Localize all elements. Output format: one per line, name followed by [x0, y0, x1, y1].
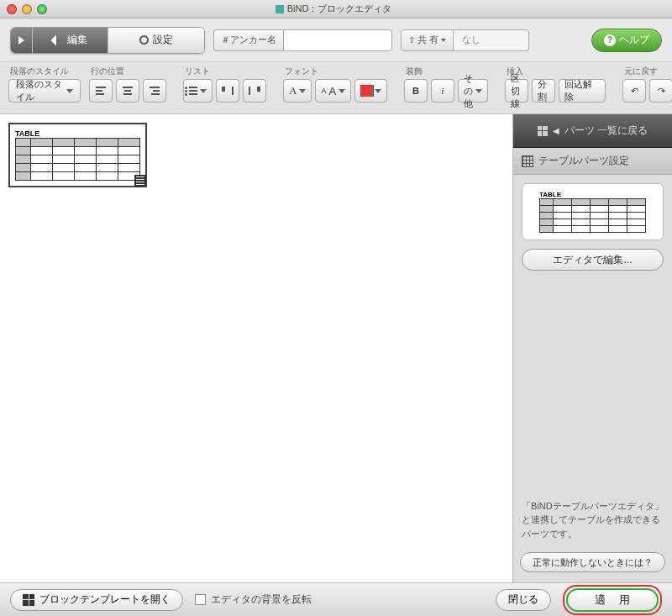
align-right-button[interactable]: [143, 79, 166, 103]
apply-button[interactable]: 適 用: [566, 588, 659, 612]
bottom-bar: ブロックテンプレートを開く エディタの背景を反転 閉じる 適 用: [0, 582, 672, 616]
font-family-button[interactable]: A: [283, 79, 312, 103]
font-size-button[interactable]: AA: [315, 79, 351, 103]
chevron-down-icon: [66, 89, 73, 93]
bold-button[interactable]: B: [404, 79, 428, 103]
section-break-button[interactable]: 区切線: [505, 79, 528, 103]
insert-group: 挿入 区切線 分 割 回込解除: [505, 66, 606, 108]
indent-button[interactable]: [243, 79, 266, 103]
close-button[interactable]: 閉じる: [496, 589, 551, 611]
app-icon: [276, 5, 284, 13]
align-left-icon: [96, 87, 106, 95]
gear-icon: [139, 35, 149, 45]
window-controls: [7, 4, 47, 14]
align-right-icon: [150, 87, 160, 95]
table-thumb-icon: [15, 138, 140, 181]
edit-in-editor-button[interactable]: エディタで編集...: [522, 249, 664, 271]
list-label: リスト: [183, 66, 266, 77]
color-swatch-icon: [360, 85, 372, 97]
zoom-window-icon[interactable]: [37, 4, 47, 14]
invert-bg-checkbox[interactable]: エディタの背景を反転: [195, 592, 312, 607]
table-icon: [522, 155, 533, 167]
side-back-button[interactable]: ◀ パーツ 一覧に戻る: [513, 114, 672, 148]
help-icon: ?: [604, 34, 616, 46]
preview-table-icon: [539, 198, 646, 233]
mode-segmented: 編集 設定: [10, 27, 205, 54]
titlebar: BiND：ブロックエディタ: [0, 0, 672, 18]
anchor-label: ＃アンカー名: [213, 29, 283, 51]
template-icon: [23, 594, 34, 606]
edit-tab[interactable]: 編集: [33, 28, 108, 53]
side-description: 「BiNDテーブルパーツエディタ」と連携してテーブルを作成できるパーツです。: [513, 492, 672, 548]
font-group: フォント A AA: [283, 66, 387, 108]
indent-icon: [249, 87, 260, 95]
format-toolbar: 段落のスタイル 段落のスタイル 行の位置 リスト フォント A AA 装飾: [0, 62, 672, 114]
paragraph-style-dropdown[interactable]: 段落のスタイル: [8, 79, 81, 103]
outdent-icon: [222, 87, 234, 95]
share-value: なし: [454, 29, 529, 51]
bullet-list-button[interactable]: [183, 79, 213, 103]
chevron-down-icon: [200, 89, 207, 93]
redo-icon: ↷: [658, 86, 665, 97]
chevron-down-icon: [339, 89, 345, 93]
other-deco-button[interactable]: その他: [458, 79, 488, 103]
troubleshoot-button[interactable]: 正常に動作しないときには？: [520, 552, 665, 572]
pencil-icon: [51, 33, 66, 47]
chevron-down-icon: [475, 89, 482, 93]
paragraph-style-group: 段落のスタイル 段落のスタイル: [8, 66, 81, 108]
grid-icon: [538, 126, 548, 136]
undo-group: 元に戻す ↶ ↷: [622, 66, 672, 108]
help-button[interactable]: ? ヘルプ: [591, 29, 662, 52]
side-heading: テーブルパーツ設定: [513, 148, 672, 175]
font-label: フォント: [283, 66, 387, 77]
list-group: リスト: [183, 66, 266, 108]
play-button[interactable]: [11, 28, 33, 53]
window-title: BiND：ブロックエディタ: [47, 3, 620, 15]
chevron-down-icon: [299, 89, 306, 93]
bullet-list-icon: [189, 87, 197, 95]
preview-card: TABLE: [522, 183, 664, 240]
undo-button[interactable]: ↶: [622, 79, 646, 103]
main-area: TABLE ◀ パーツ 一覧に戻る テーブルパーツ設定 TABLE: [0, 114, 672, 582]
share-icon: ⇧: [408, 35, 415, 45]
minimize-window-icon[interactable]: [22, 4, 32, 14]
unwrap-button[interactable]: 回込解除: [559, 79, 606, 103]
resize-handle-icon[interactable]: [134, 175, 146, 187]
italic-button[interactable]: i: [431, 79, 454, 103]
align-left-button[interactable]: [89, 79, 113, 103]
chevron-down-icon: [375, 89, 381, 93]
outdent-button[interactable]: [216, 79, 239, 103]
table-thumb-label: TABLE: [15, 129, 140, 138]
apply-highlight: 適 用: [563, 585, 662, 615]
play-icon: [18, 36, 24, 45]
font-color-button[interactable]: [354, 79, 387, 103]
undo-label: 元に戻す: [622, 66, 672, 77]
align-center-icon: [123, 87, 133, 95]
primary-toolbar: 編集 設定 ＃アンカー名 ⇧共 有 なし ? ヘルプ: [0, 18, 672, 62]
redo-button[interactable]: ↷: [649, 79, 672, 103]
align-label: 行の位置: [89, 66, 166, 77]
split-button[interactable]: 分 割: [532, 79, 555, 103]
settings-tab[interactable]: 設定: [108, 28, 204, 53]
side-panel: ◀ パーツ 一覧に戻る テーブルパーツ設定 TABLE: [512, 114, 672, 582]
paragraph-style-label: 段落のスタイル: [8, 66, 81, 77]
decoration-group: 装飾 B i その他: [404, 66, 488, 108]
anchor-input[interactable]: [283, 29, 392, 51]
decoration-label: 装飾: [404, 66, 488, 77]
canvas[interactable]: TABLE: [0, 114, 512, 582]
align-center-button[interactable]: [116, 79, 139, 103]
share-button[interactable]: ⇧共 有: [401, 29, 454, 51]
undo-icon: ↶: [631, 86, 638, 97]
open-template-button[interactable]: ブロックテンプレートを開く: [10, 589, 183, 611]
side-body: TABLE エディタで編集...: [513, 175, 672, 279]
align-group: 行の位置: [89, 66, 166, 108]
checkbox-icon: [195, 594, 206, 605]
table-block[interactable]: TABLE: [8, 123, 147, 187]
share-group: ⇧共 有 なし: [401, 29, 529, 51]
close-window-icon[interactable]: [7, 4, 17, 14]
anchor-group: ＃アンカー名: [213, 29, 392, 51]
chevron-down-icon: [441, 39, 446, 42]
preview-label: TABLE: [539, 191, 646, 198]
